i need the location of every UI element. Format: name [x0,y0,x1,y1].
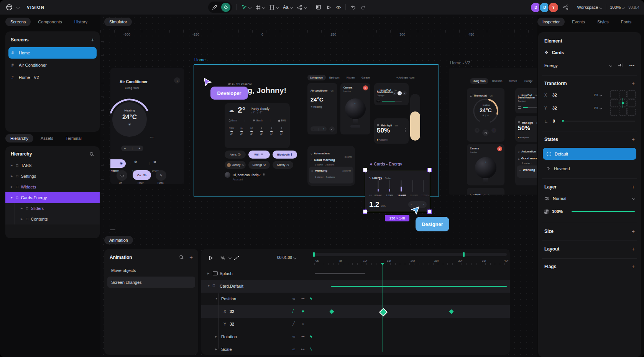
anchor-cell[interactable] [610,90,618,98]
key-link-icon[interactable]: ⊶ [301,347,305,351]
expand-chevron-icon[interactable]: ▶ [11,196,13,199]
wifi-button[interactable]: Wifi [248,151,270,159]
expand-chevron-icon[interactable]: ▶ [11,185,13,188]
frame-label-home-v2[interactable]: Home - V2 [450,61,470,65]
collapse-chevron-icon[interactable]: ▼ [207,285,210,287]
y-value[interactable]: 32 [552,106,557,110]
homepod-controls[interactable]: « ❘❘ » [393,91,407,95]
bluetooth-button[interactable]: Bluetoothᛒ [273,151,297,159]
selection-handle-bottom-right[interactable] [427,210,432,214]
redo-button[interactable] [360,4,366,10]
add-size-button[interactable]: + [632,228,635,234]
activity-button[interactable]: Activity◷ [273,161,293,169]
element-component-row[interactable]: ❖ Cards [544,50,635,55]
tree-item-settings[interactable]: ▶□Settings [5,171,100,182]
anchor-cell[interactable] [619,90,627,98]
settings-button[interactable]: Settings⚙ [248,161,270,169]
y-unit-dropdown[interactable]: PX [594,106,602,110]
ac-turbo-button[interactable]: ≋ [156,170,166,181]
track-row-scale[interactable] [201,343,510,355]
selection-handle-bottom-left[interactable] [363,210,367,214]
expand-chevron-icon[interactable]: ▶ [215,335,217,338]
undo-button[interactable] [350,4,356,10]
tab-assets[interactable]: Assets [36,134,58,142]
state-hovered[interactable]: Hovered [543,162,636,174]
anchor-cell[interactable] [628,90,636,98]
anchor-point-widget[interactable] [610,90,636,116]
automation-item-good-morning[interactable]: △ Good morning 8:30AM 2 starter · 3 acti… [310,156,352,166]
expand-chevron-icon[interactable]: ▶ [207,272,209,275]
keyframe-diamond-icon[interactable]: ◆ [302,309,304,313]
playhead-line[interactable] [383,265,383,352]
automations-card[interactable]: ◇ Automations △ Good morning 8:30AM 2 st… [307,146,355,186]
animation-search-icon[interactable] [179,255,184,260]
ac-temperature-dial[interactable]: Heating 24°C ☀ [110,97,152,142]
hierarchy-search-icon[interactable] [89,152,94,157]
selection-handle-top-left[interactable] [363,168,367,172]
v2-thermostat-power-button[interactable] [482,129,489,136]
tab-inspector[interactable]: Inspector [537,18,565,26]
key-link-icon[interactable]: ⊶ [301,296,305,301]
add-animation-button[interactable]: + [189,254,193,260]
v2-energy-card[interactable]: ϟ Energy · Week [467,188,504,195]
v2-room-tab-kitchen[interactable]: Kitchen [509,80,517,82]
v2-automation-item-1[interactable]: △ Good morning 2 starter · [518,154,537,164]
add-room-button[interactable]: + Add new room [396,76,414,79]
expand-chevron-icon[interactable]: ▶ [215,348,217,351]
loop-chevron-icon[interactable] [228,256,232,259]
splash-clip-bar[interactable] [315,273,365,274]
shape-tool-button-active[interactable] [221,3,230,12]
add-state-button[interactable]: + [632,136,635,142]
tab-animation[interactable]: Animation [104,236,133,244]
add-flag-button[interactable]: + [632,264,635,270]
v2-homepod-card[interactable]: ♪ HomePod · On David Kushner Daylight [515,88,537,113]
frame-air-conditioner[interactable]: ⋮ Air Conditioner Living room Heating 24… [110,68,184,184]
add-screen-button[interactable]: + [91,36,94,43]
canvas-scrollbar[interactable] [110,229,115,230]
frame-tool-button[interactable] [269,5,279,10]
track-row-position[interactable] [201,293,510,305]
weather-card[interactable]: ☁ 2° Partly cloudy ↑ 4° ↓ -2° 0mm | 9kmh… [225,103,290,148]
room-tab-kitchen[interactable]: Kitchen [347,76,355,79]
home-light-card[interactable]: Main light · On 50% Adaptive [374,118,409,144]
frame-home-v2[interactable]: Living room Bedroom Kitchen Garage Therm… [449,68,537,195]
screen-item-home-v2[interactable]: # Home - V2 [8,72,97,83]
bolt-icon[interactable]: ϟ [310,296,312,301]
grid-tool-chevron-icon[interactable] [262,6,265,9]
animation-item-move-objects[interactable]: Move objects [107,265,195,276]
nodes-tool-button[interactable] [297,4,307,10]
home-ac-stepper[interactable]: −|+ [310,126,327,131]
rotation-slider[interactable] [562,121,635,121]
tab-fonts[interactable]: Fonts [616,18,637,26]
v2-room-tab-garage[interactable]: Garage [524,80,533,82]
frame-tool-chevron-icon[interactable] [276,6,279,9]
v2-room-tab-living-room[interactable]: Living room [470,78,488,84]
rotation-row[interactable]: ∟ 0 [544,119,635,123]
bolt-icon[interactable]: ϟ [310,347,312,351]
logo-menu-chevron-icon[interactable] [16,6,20,9]
expand-chevron-icon[interactable]: ▶ [11,175,13,178]
timeline-curves-button[interactable] [233,255,240,261]
key-link-icon[interactable]: ⊶ [301,334,305,339]
light-slider-handle[interactable] [405,128,406,132]
add-layer-effect-button[interactable]: + [632,184,635,190]
ac-menu-button[interactable]: ⋮ [174,77,180,84]
transform-y-row[interactable]: Y 32 PX [544,106,602,110]
canvas-area[interactable]: Simulator -300 -150 0 150 300 450 ⋮ Air … [100,15,537,357]
x-unit-dropdown[interactable]: PX [594,93,602,97]
zoom-selector[interactable]: 100% [610,5,624,10]
home-camera-card[interactable]: Camera Inactive ⊘ [340,83,370,134]
ac-mode-heating-active[interactable]: ☀ [110,159,126,168]
layout-panel-button[interactable] [315,4,322,10]
transform-x-row[interactable]: X 32 PX [544,93,602,97]
linear-icon[interactable]: ╱ [292,321,295,326]
rotation-value[interactable]: 0 [553,119,555,123]
home-ac-power-button[interactable] [329,126,335,132]
text-tool-chevron-icon[interactable] [289,6,292,9]
add-transform-button[interactable]: + [632,80,635,87]
tab-events[interactable]: Events [567,18,590,26]
anchor-cell[interactable] [628,108,636,116]
next-track-button[interactable]: » [402,91,407,95]
cursor-tool-chevron-icon[interactable] [248,6,251,9]
keyframe-diamond-hollow-icon[interactable]: ◇ [302,322,304,326]
